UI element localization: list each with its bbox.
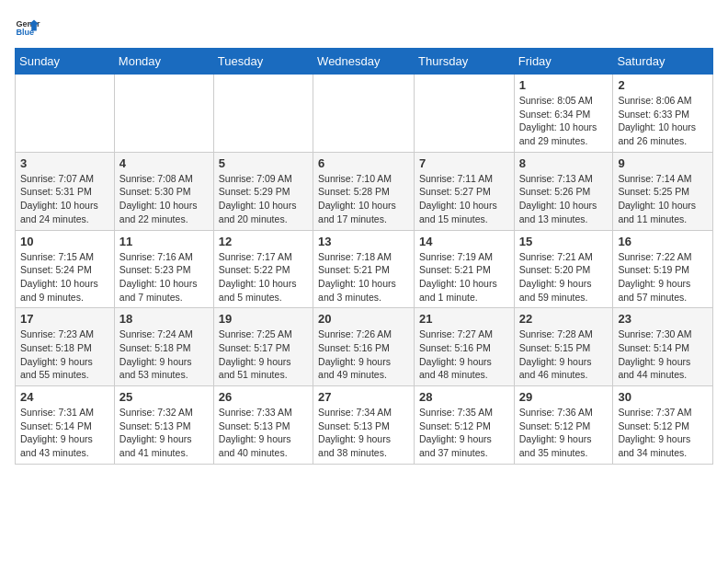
day-info: Sunrise: 7:35 AM Sunset: 5:12 PM Dayligh… bbox=[419, 406, 509, 460]
day-info: Sunrise: 7:10 AM Sunset: 5:28 PM Dayligh… bbox=[318, 172, 409, 226]
calendar-cell: 10Sunrise: 7:15 AM Sunset: 5:24 PM Dayli… bbox=[16, 230, 115, 308]
day-number: 28 bbox=[419, 390, 509, 404]
page-header: General Blue bbox=[15, 15, 713, 40]
day-number: 30 bbox=[618, 390, 708, 404]
day-number: 6 bbox=[318, 156, 409, 170]
calendar-cell bbox=[213, 75, 313, 153]
day-number: 12 bbox=[219, 235, 308, 248]
day-info: Sunrise: 7:15 AM Sunset: 5:24 PM Dayligh… bbox=[20, 250, 109, 304]
calendar-cell: 29Sunrise: 7:36 AM Sunset: 5:12 PM Dayli… bbox=[514, 386, 613, 465]
col-header-friday: Friday bbox=[514, 49, 613, 75]
day-number: 3 bbox=[20, 156, 109, 170]
day-info: Sunrise: 7:11 AM Sunset: 5:27 PM Dayligh… bbox=[419, 172, 509, 226]
col-header-thursday: Thursday bbox=[415, 49, 515, 75]
day-number: 15 bbox=[519, 235, 609, 248]
day-number: 11 bbox=[119, 235, 209, 248]
col-header-wednesday: Wednesday bbox=[313, 49, 415, 75]
calendar-cell: 19Sunrise: 7:25 AM Sunset: 5:17 PM Dayli… bbox=[213, 308, 313, 386]
col-header-monday: Monday bbox=[114, 49, 213, 75]
calendar-week-4: 17Sunrise: 7:23 AM Sunset: 5:18 PM Dayli… bbox=[16, 308, 713, 386]
day-number: 16 bbox=[618, 235, 708, 248]
day-info: Sunrise: 7:37 AM Sunset: 5:12 PM Dayligh… bbox=[618, 406, 708, 460]
calendar-week-1: 1Sunrise: 8:05 AM Sunset: 6:34 PM Daylig… bbox=[16, 75, 713, 153]
logo: General Blue bbox=[15, 15, 40, 40]
day-number: 21 bbox=[419, 312, 509, 326]
day-info: Sunrise: 7:19 AM Sunset: 5:21 PM Dayligh… bbox=[419, 250, 509, 304]
day-info: Sunrise: 7:16 AM Sunset: 5:23 PM Dayligh… bbox=[119, 250, 209, 304]
calendar-cell: 28Sunrise: 7:35 AM Sunset: 5:12 PM Dayli… bbox=[415, 386, 515, 465]
calendar-cell: 25Sunrise: 7:32 AM Sunset: 5:13 PM Dayli… bbox=[114, 386, 213, 465]
day-info: Sunrise: 8:05 AM Sunset: 6:34 PM Dayligh… bbox=[519, 94, 609, 148]
day-number: 9 bbox=[618, 156, 708, 170]
svg-text:Blue: Blue bbox=[16, 28, 34, 37]
calendar-cell: 9Sunrise: 7:14 AM Sunset: 5:25 PM Daylig… bbox=[613, 152, 713, 230]
calendar-week-2: 3Sunrise: 7:07 AM Sunset: 5:31 PM Daylig… bbox=[16, 152, 713, 230]
day-info: Sunrise: 7:23 AM Sunset: 5:18 PM Dayligh… bbox=[20, 327, 109, 382]
day-number: 1 bbox=[519, 78, 609, 92]
day-number: 4 bbox=[119, 156, 209, 170]
day-info: Sunrise: 7:30 AM Sunset: 5:14 PM Dayligh… bbox=[618, 327, 708, 382]
day-number: 17 bbox=[20, 312, 109, 326]
day-info: Sunrise: 7:34 AM Sunset: 5:13 PM Dayligh… bbox=[318, 406, 409, 460]
calendar-cell: 5Sunrise: 7:09 AM Sunset: 5:29 PM Daylig… bbox=[213, 152, 313, 230]
day-number: 27 bbox=[318, 390, 409, 404]
day-number: 10 bbox=[20, 235, 109, 248]
calendar-cell: 20Sunrise: 7:26 AM Sunset: 5:16 PM Dayli… bbox=[313, 308, 415, 386]
day-info: Sunrise: 8:06 AM Sunset: 6:33 PM Dayligh… bbox=[618, 94, 708, 148]
calendar-cell: 11Sunrise: 7:16 AM Sunset: 5:23 PM Dayli… bbox=[114, 230, 213, 308]
calendar-cell: 16Sunrise: 7:22 AM Sunset: 5:19 PM Dayli… bbox=[613, 230, 713, 308]
day-number: 8 bbox=[519, 156, 609, 170]
calendar-cell: 17Sunrise: 7:23 AM Sunset: 5:18 PM Dayli… bbox=[16, 308, 115, 386]
day-info: Sunrise: 7:13 AM Sunset: 5:26 PM Dayligh… bbox=[519, 172, 609, 226]
day-info: Sunrise: 7:36 AM Sunset: 5:12 PM Dayligh… bbox=[519, 406, 609, 460]
calendar-cell: 15Sunrise: 7:21 AM Sunset: 5:20 PM Dayli… bbox=[514, 230, 613, 308]
day-info: Sunrise: 7:24 AM Sunset: 5:18 PM Dayligh… bbox=[119, 327, 209, 382]
day-number: 22 bbox=[519, 312, 609, 326]
calendar-cell: 7Sunrise: 7:11 AM Sunset: 5:27 PM Daylig… bbox=[415, 152, 515, 230]
day-info: Sunrise: 7:08 AM Sunset: 5:30 PM Dayligh… bbox=[119, 172, 209, 226]
day-info: Sunrise: 7:31 AM Sunset: 5:14 PM Dayligh… bbox=[20, 406, 109, 460]
day-info: Sunrise: 7:27 AM Sunset: 5:16 PM Dayligh… bbox=[419, 327, 509, 382]
day-number: 13 bbox=[318, 235, 409, 248]
calendar-cell: 21Sunrise: 7:27 AM Sunset: 5:16 PM Dayli… bbox=[415, 308, 515, 386]
calendar-week-5: 24Sunrise: 7:31 AM Sunset: 5:14 PM Dayli… bbox=[16, 386, 713, 465]
day-info: Sunrise: 7:07 AM Sunset: 5:31 PM Dayligh… bbox=[20, 172, 109, 226]
day-info: Sunrise: 7:18 AM Sunset: 5:21 PM Dayligh… bbox=[318, 250, 409, 304]
calendar-week-3: 10Sunrise: 7:15 AM Sunset: 5:24 PM Dayli… bbox=[16, 230, 713, 308]
calendar-cell: 30Sunrise: 7:37 AM Sunset: 5:12 PM Dayli… bbox=[613, 386, 713, 465]
day-number: 2 bbox=[618, 78, 708, 92]
day-number: 26 bbox=[219, 390, 308, 404]
day-number: 29 bbox=[519, 390, 609, 404]
day-info: Sunrise: 7:32 AM Sunset: 5:13 PM Dayligh… bbox=[119, 406, 209, 460]
calendar-cell: 12Sunrise: 7:17 AM Sunset: 5:22 PM Dayli… bbox=[213, 230, 313, 308]
calendar-cell bbox=[114, 75, 213, 153]
calendar-cell: 1Sunrise: 8:05 AM Sunset: 6:34 PM Daylig… bbox=[514, 75, 613, 153]
calendar-cell bbox=[415, 75, 515, 153]
day-number: 25 bbox=[119, 390, 209, 404]
day-number: 7 bbox=[419, 156, 509, 170]
day-number: 19 bbox=[219, 312, 308, 326]
day-info: Sunrise: 7:22 AM Sunset: 5:19 PM Dayligh… bbox=[618, 250, 708, 304]
calendar-cell: 24Sunrise: 7:31 AM Sunset: 5:14 PM Dayli… bbox=[16, 386, 115, 465]
day-info: Sunrise: 7:14 AM Sunset: 5:25 PM Dayligh… bbox=[618, 172, 708, 226]
calendar-cell: 22Sunrise: 7:28 AM Sunset: 5:15 PM Dayli… bbox=[514, 308, 613, 386]
col-header-saturday: Saturday bbox=[613, 49, 713, 75]
day-number: 23 bbox=[618, 312, 708, 326]
calendar-cell: 23Sunrise: 7:30 AM Sunset: 5:14 PM Dayli… bbox=[613, 308, 713, 386]
day-number: 5 bbox=[219, 156, 308, 170]
calendar-cell bbox=[313, 75, 415, 153]
calendar-cell: 27Sunrise: 7:34 AM Sunset: 5:13 PM Dayli… bbox=[313, 386, 415, 465]
day-info: Sunrise: 7:33 AM Sunset: 5:13 PM Dayligh… bbox=[219, 406, 308, 460]
calendar-cell: 18Sunrise: 7:24 AM Sunset: 5:18 PM Dayli… bbox=[114, 308, 213, 386]
calendar-cell: 3Sunrise: 7:07 AM Sunset: 5:31 PM Daylig… bbox=[16, 152, 115, 230]
calendar-cell: 6Sunrise: 7:10 AM Sunset: 5:28 PM Daylig… bbox=[313, 152, 415, 230]
calendar-cell: 13Sunrise: 7:18 AM Sunset: 5:21 PM Dayli… bbox=[313, 230, 415, 308]
day-info: Sunrise: 7:25 AM Sunset: 5:17 PM Dayligh… bbox=[219, 327, 308, 382]
calendar-cell: 2Sunrise: 8:06 AM Sunset: 6:33 PM Daylig… bbox=[613, 75, 713, 153]
calendar-cell: 26Sunrise: 7:33 AM Sunset: 5:13 PM Dayli… bbox=[213, 386, 313, 465]
day-number: 24 bbox=[20, 390, 109, 404]
day-number: 20 bbox=[318, 312, 409, 326]
calendar-cell: 14Sunrise: 7:19 AM Sunset: 5:21 PM Dayli… bbox=[415, 230, 515, 308]
calendar-header-row: SundayMondayTuesdayWednesdayThursdayFrid… bbox=[16, 49, 713, 75]
calendar-cell: 8Sunrise: 7:13 AM Sunset: 5:26 PM Daylig… bbox=[514, 152, 613, 230]
